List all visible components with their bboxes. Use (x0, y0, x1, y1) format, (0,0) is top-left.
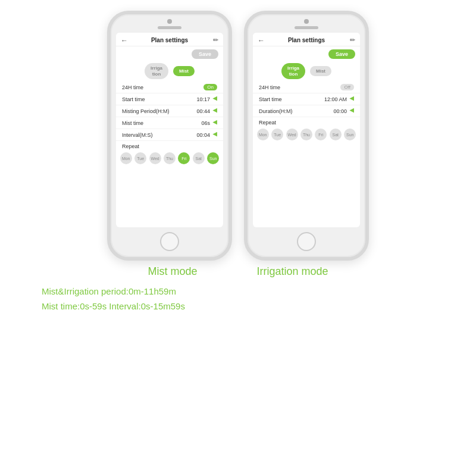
setting-row-0: 24H timeOff (253, 82, 360, 93)
day-thu[interactable]: Thu (164, 152, 176, 164)
mode-labels-row: Mist modeIrrigation mode (148, 265, 328, 278)
setting-label: 24H time (259, 84, 280, 90)
speaker-bar (158, 26, 181, 29)
setting-value: 00:44▶ (196, 108, 217, 114)
arrow-button[interactable]: ▶ (212, 108, 217, 114)
home-button[interactable] (160, 232, 179, 251)
screen-header: ← Plan settings ✏ (116, 33, 223, 46)
setting-value: 10:17▶ (196, 96, 217, 102)
screen-header: ← Plan settings ✏ (253, 33, 360, 46)
mode-pill-0[interactable]: Irriga tion (145, 63, 168, 79)
setting-value: Off (340, 84, 354, 90)
save-btn-area: Save (116, 46, 223, 61)
phone-mist: ← Plan settings ✏ SaveIrriga tionMist24H… (107, 11, 232, 261)
speaker-bar (295, 26, 318, 29)
screen-irrigation: ← Plan settings ✏ SaveIrriga tionMist24H… (253, 33, 360, 227)
day-sat[interactable]: Sat (193, 152, 205, 164)
day-sun[interactable]: Sun (344, 129, 356, 140)
setting-label: Mist time (122, 120, 143, 126)
setting-label: Start time (259, 96, 282, 102)
edit-icon[interactable]: ✏ (213, 36, 218, 44)
days-row: MonTueWedThuFriSatSun (253, 127, 360, 144)
day-thu[interactable]: Thu (300, 129, 312, 140)
setting-val-text: 06s (201, 120, 210, 126)
camera-dot (304, 19, 309, 24)
day-fri[interactable]: Fri (315, 129, 327, 140)
setting-val-text: 00:00 (333, 108, 347, 114)
setting-row-1: Start time10:17▶ (116, 93, 223, 105)
mode-pill-1[interactable]: Mist (173, 66, 195, 77)
toggle[interactable]: Off (340, 84, 354, 90)
back-arrow[interactable]: ← (121, 36, 128, 45)
setting-label: Start time (122, 96, 145, 102)
setting-val-text: 00:44 (196, 108, 210, 114)
day-mon[interactable]: Mon (257, 129, 269, 140)
setting-val-text: 12:00 AM (324, 96, 347, 102)
info-text-1: Mist time:0s-59s Interval:0s-15m59s (42, 301, 185, 311)
arrow-button[interactable]: ▶ (349, 108, 354, 114)
camera-dot (167, 19, 172, 24)
setting-label: 24H time (122, 84, 143, 90)
save-button[interactable]: Save (328, 49, 355, 59)
back-arrow[interactable]: ← (258, 36, 265, 45)
mode-pill-0[interactable]: Irriga tion (281, 63, 305, 79)
arrow-button[interactable]: ▶ (349, 96, 354, 102)
info-text-0: Mist&Irrigation period:0m-11h59m (42, 286, 176, 296)
mode-selector: Irriga tionMist (116, 61, 223, 82)
info-section: Mist&Irrigation period:0m-11h59mMist tim… (0, 286, 476, 311)
phones-row: ← Plan settings ✏ SaveIrriga tionMist24H… (107, 0, 369, 261)
screen-mist: ← Plan settings ✏ SaveIrriga tionMist24H… (116, 33, 223, 227)
setting-value: 00:00▶ (333, 108, 354, 114)
day-sun[interactable]: Sun (207, 152, 219, 164)
repeat-label: Repeat (253, 117, 360, 127)
day-fri[interactable]: Fri (178, 152, 190, 164)
setting-value: 00:04▶ (196, 131, 217, 138)
mode-label-1: Irrigation mode (256, 265, 328, 278)
setting-value: 12:00 AM▶ (324, 96, 354, 102)
arrow-button[interactable]: ▶ (212, 131, 217, 138)
day-wed[interactable]: Wed (149, 152, 161, 164)
phone-top-bar (248, 14, 365, 29)
arrow-button[interactable]: ▶ (212, 96, 217, 102)
setting-val-text: 00:04 (196, 132, 210, 138)
days-row: MonTueWedThuFriSatSun (116, 151, 223, 168)
save-btn-area: Save (253, 46, 360, 61)
day-wed[interactable]: Wed (286, 129, 298, 140)
day-sat[interactable]: Sat (330, 129, 342, 140)
screen-title: Plan settings (288, 37, 325, 43)
save-button[interactable]: Save (192, 49, 218, 59)
setting-val-text: 10:17 (196, 96, 210, 102)
setting-row-3: Mist time06s▶ (116, 117, 223, 129)
mode-label-0: Mist mode (148, 265, 197, 278)
phone-top-bar (111, 14, 228, 29)
day-tue[interactable]: Tue (134, 152, 146, 164)
repeat-label: Repeat (116, 141, 223, 151)
toggle[interactable]: On (203, 84, 217, 90)
setting-row-2: Misting Period(H:M)00:44▶ (116, 105, 223, 117)
setting-value: On (203, 84, 217, 90)
arrow-button[interactable]: ▶ (212, 120, 217, 126)
setting-row-2: Duration(H:M)00:00▶ (253, 105, 360, 117)
setting-row-0: 24H timeOn (116, 82, 223, 93)
mode-selector: Irriga tionMist (253, 61, 360, 82)
phone-irrigation: ← Plan settings ✏ SaveIrriga tionMist24H… (244, 11, 369, 261)
day-tue[interactable]: Tue (271, 129, 283, 140)
edit-icon[interactable]: ✏ (350, 36, 355, 44)
setting-label: Misting Period(H:M) (122, 108, 170, 114)
setting-value: 06s▶ (201, 120, 217, 126)
home-button[interactable] (297, 232, 316, 251)
setting-label: Interval(M:S) (122, 132, 153, 138)
setting-row-1: Start time12:00 AM▶ (253, 93, 360, 105)
mode-pill-1[interactable]: Mist (310, 66, 331, 77)
screen-title: Plan settings (151, 37, 188, 43)
day-mon[interactable]: Mon (120, 152, 132, 164)
setting-label: Duration(H:M) (259, 108, 293, 114)
setting-row-4: Interval(M:S)00:04▶ (116, 129, 223, 141)
